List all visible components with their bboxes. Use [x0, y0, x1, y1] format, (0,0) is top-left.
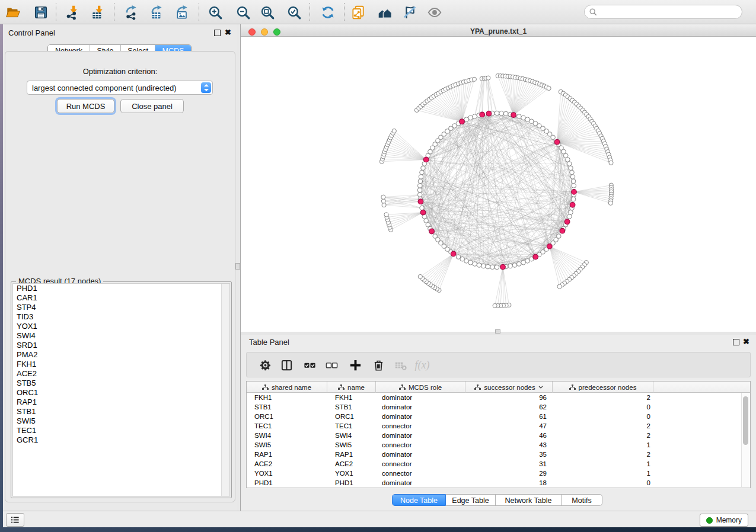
table-row[interactable]: ACE2ACE2connector311 — [247, 459, 750, 469]
satellite-node[interactable] — [392, 129, 396, 133]
mcds-hub-node[interactable] — [500, 264, 506, 270]
mcds-result-item[interactable]: ACE2 — [13, 369, 229, 379]
mcds-hub-node[interactable] — [486, 111, 492, 116]
mcds-result-item[interactable]: PHD1 — [13, 284, 229, 293]
show-columns-icon[interactable] — [277, 355, 296, 375]
network-node[interactable] — [420, 170, 425, 175]
table-row[interactable]: STB1STB1dominator620 — [247, 402, 750, 412]
satellite-node[interactable] — [486, 76, 490, 80]
memory-button[interactable]: Memory — [700, 514, 748, 527]
network-node[interactable] — [418, 179, 423, 184]
export-image-icon[interactable] — [173, 2, 193, 23]
column-header-shared-name[interactable]: shared name — [247, 382, 327, 393]
close-panel-icon[interactable]: ✖ — [225, 28, 231, 36]
satellite-node[interactable] — [472, 77, 476, 81]
mcds-result-item[interactable]: YOX1 — [13, 322, 229, 331]
delete-columns-icon[interactable] — [369, 355, 388, 375]
mcds-result-item[interactable]: STP4 — [13, 303, 229, 312]
network-node[interactable] — [495, 265, 499, 270]
mcds-hub-node[interactable] — [451, 251, 456, 257]
network-node[interactable] — [571, 179, 576, 184]
satellite-node[interactable] — [418, 274, 422, 278]
zoom-out-icon[interactable] — [233, 2, 253, 23]
tab-node-table[interactable]: Node Table — [392, 494, 446, 506]
mcds-result-item[interactable]: SWI4 — [13, 331, 229, 341]
mcds-result-item[interactable]: SRD1 — [13, 341, 229, 350]
show-annotations-eye-icon[interactable] — [425, 2, 445, 23]
network-node[interactable] — [571, 197, 576, 201]
table-row[interactable]: ORC1ORC1dominator610 — [247, 412, 750, 421]
column-header-predecessor-nodes[interactable]: predecessor nodes — [553, 382, 653, 393]
network-node[interactable] — [508, 264, 513, 268]
network-node[interactable] — [517, 114, 522, 119]
network-node[interactable] — [525, 259, 530, 264]
satellite-node[interactable] — [381, 199, 385, 203]
mcds-hub-node[interactable] — [418, 199, 423, 204]
mcds-result-item[interactable]: RAP1 — [13, 398, 229, 407]
network-node[interactable] — [570, 170, 575, 175]
close-table-panel-icon[interactable]: ✖ — [743, 338, 749, 345]
mcds-hub-node[interactable] — [420, 210, 426, 215]
save-session-icon[interactable] — [31, 2, 51, 23]
mcds-hub-node[interactable] — [511, 113, 516, 118]
mcds-hub-node[interactable] — [572, 190, 577, 195]
satellite-node[interactable] — [557, 284, 562, 289]
tab-motifs[interactable]: Motifs — [562, 494, 602, 506]
mcds-result-item[interactable]: TEC1 — [13, 426, 229, 435]
table-row[interactable]: PHD1PHD1dominator180 — [247, 478, 750, 488]
table-scrollbar[interactable] — [741, 393, 749, 487]
mcds-hub-node[interactable] — [533, 254, 538, 259]
mcds-result-item[interactable]: STB5 — [13, 379, 229, 388]
mcds-hub-node[interactable] — [564, 219, 570, 225]
vertical-splitter-grip[interactable] — [235, 263, 240, 270]
mcds-list-scrollbar[interactable] — [221, 284, 229, 496]
select-all-rows-icon[interactable] — [300, 355, 319, 375]
network-node[interactable] — [473, 114, 477, 119]
table-mode-gear-icon[interactable] — [256, 355, 275, 375]
network-node[interactable] — [473, 262, 477, 267]
clone-network-icon[interactable] — [348, 2, 368, 23]
satellite-node[interactable] — [608, 201, 613, 205]
network-node[interactable] — [521, 116, 526, 120]
network-node[interactable] — [569, 166, 573, 171]
show-all-networks-icon[interactable] — [375, 2, 395, 23]
network-node[interactable] — [456, 255, 461, 259]
network-node[interactable] — [417, 193, 422, 197]
table-row[interactable]: FKH1FKH1dominator962 — [247, 393, 750, 402]
float-table-panel-icon[interactable] — [733, 339, 739, 345]
create-column-icon[interactable] — [346, 355, 365, 375]
table-row[interactable]: RAP1RAP1dominator352 — [247, 450, 750, 459]
satellite-node[interactable] — [384, 213, 388, 217]
import-network-icon[interactable] — [62, 2, 82, 23]
close-panel-button[interactable]: Close panel — [120, 99, 184, 113]
network-node[interactable] — [567, 214, 572, 219]
network-node[interactable] — [417, 184, 422, 188]
mcds-hub-node[interactable] — [554, 139, 560, 145]
refresh-icon[interactable] — [318, 2, 338, 23]
table-row[interactable]: TEC1TEC1connector472 — [247, 421, 750, 431]
network-node[interactable] — [566, 158, 570, 162]
tab-edge-table[interactable]: Edge Table — [446, 494, 496, 506]
mcds-result-item[interactable]: STB1 — [13, 407, 229, 416]
network-node[interactable] — [521, 260, 526, 265]
mcds-hub-node[interactable] — [460, 119, 465, 124]
network-node[interactable] — [495, 111, 499, 116]
mcds-hub-node[interactable] — [547, 244, 553, 249]
zoom-fit-icon[interactable] — [257, 2, 277, 23]
run-mcds-button[interactable]: Run MCDS — [57, 99, 114, 113]
mcds-result-item[interactable]: GCR1 — [13, 435, 229, 445]
table-row[interactable]: YOX1YOX1connector291 — [247, 469, 750, 478]
mcds-result-item[interactable]: ORC1 — [13, 388, 229, 398]
network-node[interactable] — [570, 175, 575, 180]
satellite-node[interactable] — [381, 195, 385, 199]
table-scrollbar-thumb[interactable] — [743, 396, 748, 445]
network-node[interactable] — [572, 184, 576, 188]
column-header-name[interactable]: name — [327, 382, 376, 393]
network-node[interactable] — [517, 262, 522, 267]
network-node[interactable] — [486, 264, 490, 269]
satellite-node[interactable] — [547, 86, 551, 90]
mcds-hub-node[interactable] — [480, 112, 485, 117]
network-node[interactable] — [464, 117, 469, 122]
search-box[interactable] — [584, 5, 742, 19]
mcds-hub-node[interactable] — [423, 157, 429, 162]
